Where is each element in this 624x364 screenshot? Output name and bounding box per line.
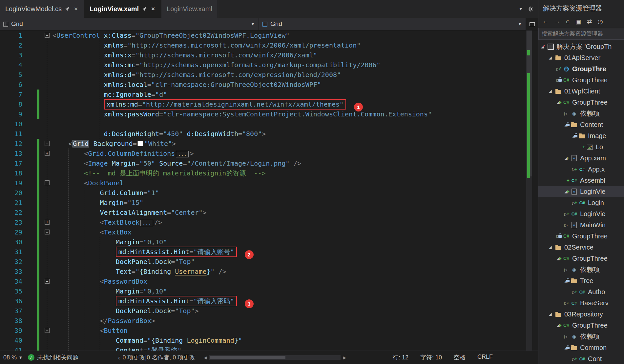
tree-item[interactable]: ◢Content bbox=[538, 119, 624, 130]
tree-item[interactable]: ▷+C#Cont bbox=[538, 353, 624, 364]
code-line[interactable]: 10 bbox=[0, 119, 525, 129]
code-line[interactable]: 17 <Image Margin="50" Source="/Content/I… bbox=[0, 158, 525, 168]
tree-item[interactable]: ◢01ApiServer bbox=[538, 52, 624, 63]
git-changes-indicator[interactable]: ‹ 0 项更改|0 名作者, 0 项更改 bbox=[118, 354, 196, 361]
scroll-right-icon[interactable]: ▶ bbox=[343, 355, 346, 360]
code-line[interactable]: 13+ <Grid.ColumnDefinitions...> bbox=[0, 149, 525, 158]
code-line[interactable]: 9 xmlns:passWord="clr-namespace:SystemCo… bbox=[0, 109, 525, 119]
tree-item[interactable]: ▷✓GroupThre bbox=[538, 63, 624, 74]
code-line[interactable]: 7 mc:Ignorable="d" bbox=[0, 90, 525, 99]
tree-item[interactable]: ▷◈依赖项 bbox=[538, 108, 624, 119]
fold-toggle[interactable]: − bbox=[45, 33, 50, 38]
expand-arrow[interactable]: ◢ bbox=[546, 55, 554, 60]
tree-item[interactable]: +Lo bbox=[538, 141, 624, 152]
forward-icon[interactable]: → bbox=[554, 18, 560, 25]
vertical-scrollbar[interactable] bbox=[526, 30, 532, 351]
scroll-left-icon[interactable]: ◀ bbox=[204, 355, 207, 360]
expand-arrow[interactable]: ◢ bbox=[546, 89, 554, 93]
tab-loginview-xaml[interactable]: LoginView.xaml bbox=[161, 0, 218, 18]
eol-indicator[interactable]: CRLF bbox=[477, 354, 493, 361]
tab-loginview-xaml[interactable]: LoginView.xaml× bbox=[84, 0, 161, 18]
pin-icon[interactable] bbox=[142, 6, 147, 11]
tree-item[interactable]: ◢+‹›App.xam bbox=[538, 152, 624, 164]
close-icon[interactable]: × bbox=[151, 5, 156, 12]
code-line[interactable]: 1−<UserControl x:Class="GroupThreeObject… bbox=[0, 30, 525, 40]
expand-arrow[interactable]: ▷ bbox=[562, 223, 570, 228]
home-icon[interactable]: ⌂ bbox=[566, 18, 570, 25]
window-list-caret-icon[interactable]: ▾ bbox=[519, 6, 522, 12]
tree-item[interactable]: ▷C#GroupThree bbox=[538, 74, 624, 86]
tree-item[interactable]: ▷◈依赖项 bbox=[538, 331, 624, 342]
spaces-indicator[interactable]: 空格 bbox=[454, 354, 466, 361]
tree-item[interactable]: ▷‹›MainWin bbox=[538, 219, 624, 231]
fold-toggle[interactable]: − bbox=[45, 180, 50, 185]
element-dropdown-left[interactable]: Grid ▾ bbox=[0, 18, 259, 30]
code-line[interactable]: 22 VerticalAlignment="Center"> bbox=[0, 208, 525, 217]
expand-arrow[interactable]: ◢ bbox=[546, 312, 554, 316]
tree-item[interactable]: ◢Tree bbox=[538, 275, 624, 286]
tree-item[interactable]: ◢01WpfClient bbox=[538, 86, 624, 97]
expand-arrow[interactable]: ▷ bbox=[562, 267, 570, 272]
code-line[interactable]: 6 xmlns:local="clr-namespace:GroupThreeO… bbox=[0, 80, 525, 90]
search-input[interactable] bbox=[538, 28, 624, 40]
tree-item[interactable]: ◢+C#GroupThree bbox=[538, 320, 624, 331]
split-editor-button[interactable] bbox=[526, 18, 538, 30]
document-health[interactable]: ✓ 未找到相关问题 bbox=[28, 354, 79, 361]
chevron-down-icon[interactable]: ▾ bbox=[519, 21, 522, 27]
tree-item[interactable]: ▷+C#App.x bbox=[538, 164, 624, 175]
expand-arrow[interactable]: ◢ bbox=[546, 245, 554, 250]
zoom-control[interactable]: 08 % ▾ bbox=[3, 354, 22, 361]
fold-toggle[interactable]: − bbox=[45, 230, 50, 234]
line-indicator[interactable]: 行: 12 bbox=[393, 354, 408, 361]
horizontal-scrollbar[interactable]: ◀ ▶ bbox=[204, 355, 346, 360]
code-line[interactable]: 41 Content="登录系统" bbox=[0, 345, 525, 351]
sync-active-document-icon[interactable]: ▣ bbox=[575, 18, 581, 25]
code-line[interactable]: 40 Command="{Binding LoginCommand}" bbox=[0, 335, 525, 345]
tree-item[interactable]: ◢03Repository bbox=[538, 309, 624, 320]
code-line[interactable]: 35 Margin="0,10" bbox=[0, 286, 525, 296]
element-dropdown-right[interactable]: Grid ▾ bbox=[259, 18, 526, 30]
fold-toggle[interactable]: − bbox=[45, 328, 50, 333]
code-line[interactable]: 30 Margin="0,10" bbox=[0, 237, 525, 247]
tree-item[interactable]: ▷C#GroupThree bbox=[538, 231, 624, 242]
scrollbar-thumb[interactable] bbox=[210, 356, 285, 359]
code-line[interactable]: 11 d:DesignHeight="450" d:DesignWidth="8… bbox=[0, 129, 525, 139]
code-editor[interactable]: 1−<UserControl x:Class="GroupThreeObject… bbox=[0, 30, 538, 351]
tree-item[interactable]: ▷◈依赖项 bbox=[538, 264, 624, 275]
tree-item[interactable]: ▷+C#BaseServ bbox=[538, 297, 624, 309]
fold-toggle[interactable]: − bbox=[45, 141, 50, 146]
pending-changes-icon[interactable]: ◷ bbox=[597, 18, 603, 25]
tree-item[interactable]: ▷+C#Login bbox=[538, 197, 624, 208]
tree-item[interactable]: ◢Common bbox=[538, 342, 624, 353]
tree-item[interactable]: ▷+C#LoginVie bbox=[538, 208, 624, 219]
compare-icon[interactable]: ⇄ bbox=[587, 18, 592, 25]
pin-icon[interactable] bbox=[65, 6, 70, 11]
chevron-down-icon[interactable]: ▾ bbox=[252, 21, 255, 27]
tree-item[interactable]: +C#Assembl bbox=[538, 175, 624, 186]
tree-item[interactable]: ◢Image bbox=[538, 130, 624, 141]
code-line[interactable]: 5 xmlns:d="http://schemas.microsoft.com/… bbox=[0, 70, 525, 80]
back-icon[interactable]: ← bbox=[542, 18, 549, 25]
column-indicator[interactable]: 字符: 10 bbox=[420, 354, 442, 361]
code-line[interactable]: 31 md:HintAssist.Hint="请输入账号"2 bbox=[0, 247, 525, 257]
code-line[interactable]: 29− <TextBox bbox=[0, 227, 525, 237]
tab-loginviewmodel-cs[interactable]: LoginViewModel.cs× bbox=[0, 0, 84, 18]
tree-item[interactable]: ◢02Service bbox=[538, 242, 624, 253]
code-line[interactable]: 3 xmlns:x="http://schemas.microsoft.com/… bbox=[0, 50, 525, 60]
code-line[interactable]: 39− <Button bbox=[0, 326, 525, 335]
code-line[interactable]: 18 <!-- md 是上面申明的 materialdesignin的资源 --… bbox=[0, 168, 525, 178]
code-line[interactable]: 32 DockPanel.Dock="Top" bbox=[0, 257, 525, 267]
code-line[interactable]: 37 DockPanel.Dock="Top"> bbox=[0, 306, 525, 316]
code-line[interactable]: 19− <DockPanel bbox=[0, 178, 525, 188]
code-line[interactable]: 2 xmlns="http://schemas.microsoft.com/wi… bbox=[0, 40, 525, 50]
code-line[interactable]: 8 xmlns:md="http://materialdesigninxaml.… bbox=[0, 99, 525, 109]
tree-item[interactable]: ◢✓解决方案 'GroupTh bbox=[538, 41, 624, 52]
tree-item[interactable]: ◢+‹›LoginVie bbox=[538, 186, 624, 197]
gear-icon[interactable] bbox=[528, 6, 533, 12]
code-line[interactable]: 20 Grid.Column="1" bbox=[0, 188, 525, 198]
fold-toggle[interactable]: + bbox=[45, 151, 50, 156]
scrollbar-track[interactable] bbox=[209, 355, 341, 360]
fold-toggle[interactable]: + bbox=[45, 220, 50, 225]
code-line[interactable]: 34− <PasswordBox bbox=[0, 276, 525, 286]
tree-item[interactable]: ◢+C#GroupThree bbox=[538, 97, 624, 108]
